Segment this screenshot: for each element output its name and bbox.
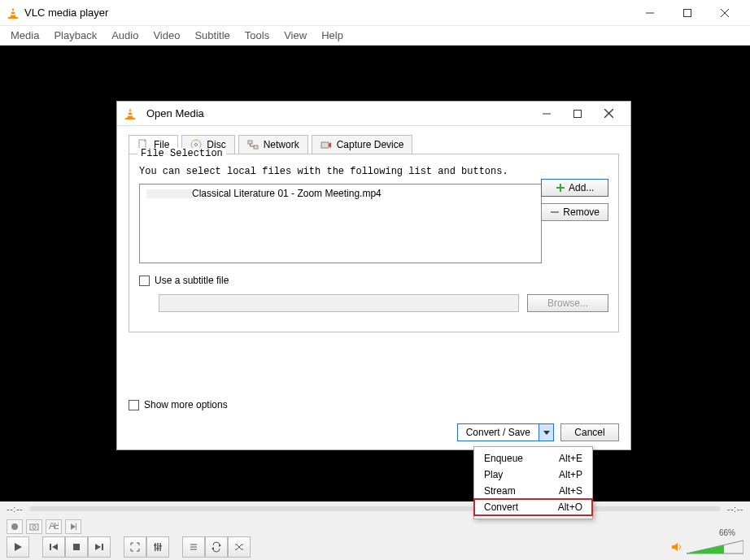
svg-rect-2 bbox=[11, 14, 15, 15]
browse-button[interactable]: Browse... bbox=[527, 294, 608, 312]
dropdown-enqueue[interactable]: EnqueueAlt+E bbox=[474, 450, 592, 467]
tab-capture[interactable]: Capture Device bbox=[312, 135, 413, 154]
dialog-maximize-button[interactable] bbox=[562, 102, 593, 125]
volume-slider[interactable] bbox=[687, 539, 743, 555]
shuffle-button[interactable] bbox=[228, 536, 251, 558]
snapshot-icon[interactable] bbox=[26, 519, 42, 534]
svg-rect-18 bbox=[73, 544, 80, 550]
menu-help[interactable]: Help bbox=[314, 27, 351, 44]
file-list[interactable]: Classical Literature 01 - Zoom Meeting.m… bbox=[139, 184, 542, 263]
svg-rect-14 bbox=[76, 523, 76, 530]
tab-capture-label: Capture Device bbox=[337, 139, 404, 150]
cancel-button[interactable]: Cancel bbox=[560, 423, 619, 441]
svg-marker-35 bbox=[127, 108, 133, 119]
subtitle-checkbox-row: Use a subtitle file bbox=[139, 275, 608, 286]
window-controls bbox=[631, 0, 743, 26]
menu-tools[interactable]: Tools bbox=[238, 27, 277, 44]
svg-rect-3 bbox=[8, 17, 18, 19]
svg-rect-26 bbox=[159, 545, 162, 547]
svg-rect-24 bbox=[154, 545, 157, 546]
dropdown-convert[interactable]: ConvertAlt+O bbox=[474, 499, 592, 515]
svg-rect-48 bbox=[254, 145, 258, 149]
menu-subtitle[interactable]: Subtitle bbox=[187, 27, 237, 44]
more-options-label: Show more options bbox=[144, 399, 228, 410]
svg-rect-16 bbox=[50, 544, 51, 550]
file-selection-hint: You can select local files with the foll… bbox=[139, 166, 608, 177]
list-item[interactable]: Classical Literature 01 - Zoom Meeting.m… bbox=[142, 186, 539, 201]
dialog-title: Open Media bbox=[146, 107, 531, 119]
minimize-button[interactable] bbox=[631, 0, 669, 26]
tab-network-label: Network bbox=[264, 139, 299, 150]
capture-icon bbox=[320, 139, 332, 150]
prev-button[interactable] bbox=[42, 536, 65, 558]
svg-rect-23 bbox=[159, 543, 161, 551]
svg-rect-21 bbox=[155, 543, 156, 551]
svg-point-46 bbox=[195, 144, 198, 146]
svg-rect-37 bbox=[128, 115, 133, 116]
record-icon[interactable] bbox=[7, 519, 23, 534]
minus-icon bbox=[550, 207, 560, 217]
ext-settings-button[interactable] bbox=[146, 536, 169, 558]
next-button[interactable] bbox=[88, 536, 111, 558]
close-button[interactable] bbox=[706, 0, 743, 26]
stop-button[interactable] bbox=[65, 536, 88, 558]
subtitle-checkbox[interactable] bbox=[139, 276, 150, 286]
svg-rect-49 bbox=[321, 142, 329, 148]
svg-point-8 bbox=[11, 523, 18, 530]
vlc-cone-icon bbox=[7, 7, 20, 20]
chevron-down-icon[interactable] bbox=[539, 424, 553, 441]
app-title: VLC media player bbox=[24, 7, 631, 19]
svg-marker-54 bbox=[543, 431, 550, 435]
speaker-icon[interactable] bbox=[670, 540, 683, 553]
svg-marker-19 bbox=[95, 544, 101, 550]
svg-marker-15 bbox=[15, 543, 22, 551]
open-media-dialog: Open Media File Disc Network Capture Dev… bbox=[116, 101, 631, 450]
more-options-checkbox[interactable] bbox=[129, 400, 139, 410]
svg-marker-30 bbox=[219, 544, 221, 547]
loop-ab-icon[interactable]: AB bbox=[46, 519, 62, 534]
menu-audio[interactable]: Audio bbox=[104, 27, 146, 44]
play-button[interactable] bbox=[7, 536, 29, 558]
file-name: Classical Literature 01 - Zoom Meeting.m… bbox=[192, 188, 382, 199]
time-elapsed: --:-- bbox=[7, 504, 23, 514]
add-button[interactable]: Add... bbox=[541, 179, 608, 197]
menu-video[interactable]: Video bbox=[146, 27, 187, 44]
convert-dropdown-menu: EnqueueAlt+E PlayAlt+P StreamAlt+S Conve… bbox=[473, 446, 593, 519]
menu-media[interactable]: Media bbox=[3, 27, 46, 44]
dropdown-stream[interactable]: StreamAlt+S bbox=[474, 483, 592, 499]
dropdown-play[interactable]: PlayAlt+P bbox=[474, 467, 592, 483]
convert-save-button[interactable]: Convert / Save bbox=[457, 423, 554, 441]
menu-view[interactable]: View bbox=[277, 27, 314, 44]
menu-bar: Media Playback Audio Video Subtitle Tool… bbox=[0, 26, 750, 46]
menu-playback[interactable]: Playback bbox=[46, 27, 104, 44]
loop-button[interactable] bbox=[205, 536, 228, 558]
tab-network[interactable]: Network bbox=[238, 135, 308, 154]
dialog-close-button[interactable] bbox=[593, 102, 624, 125]
more-options-row: Show more options bbox=[129, 399, 228, 410]
svg-marker-13 bbox=[71, 523, 76, 530]
seek-slider[interactable] bbox=[29, 506, 721, 511]
svg-rect-40 bbox=[574, 110, 582, 117]
fullscreen-button[interactable] bbox=[124, 536, 146, 558]
maximize-button[interactable] bbox=[669, 0, 706, 26]
svg-rect-38 bbox=[125, 118, 135, 119]
plus-icon bbox=[556, 183, 565, 193]
svg-rect-1 bbox=[11, 11, 15, 12]
svg-marker-17 bbox=[52, 544, 58, 550]
dialog-titlebar: Open Media bbox=[117, 102, 630, 126]
network-icon bbox=[247, 139, 259, 150]
svg-rect-36 bbox=[129, 111, 133, 113]
playlist-button[interactable] bbox=[182, 536, 205, 558]
svg-marker-31 bbox=[211, 547, 214, 550]
svg-point-10 bbox=[33, 526, 36, 529]
svg-rect-20 bbox=[102, 544, 103, 550]
volume-percent: 66% bbox=[719, 528, 735, 537]
subtitle-path-input[interactable] bbox=[159, 294, 519, 312]
svg-marker-32 bbox=[672, 543, 678, 551]
svg-rect-25 bbox=[156, 548, 159, 549]
frame-step-icon[interactable] bbox=[65, 519, 81, 534]
remove-button[interactable]: Remove bbox=[541, 203, 608, 221]
svg-rect-47 bbox=[248, 141, 252, 144]
file-selection-legend: File Selection bbox=[137, 148, 226, 159]
dialog-minimize-button[interactable] bbox=[531, 102, 562, 125]
